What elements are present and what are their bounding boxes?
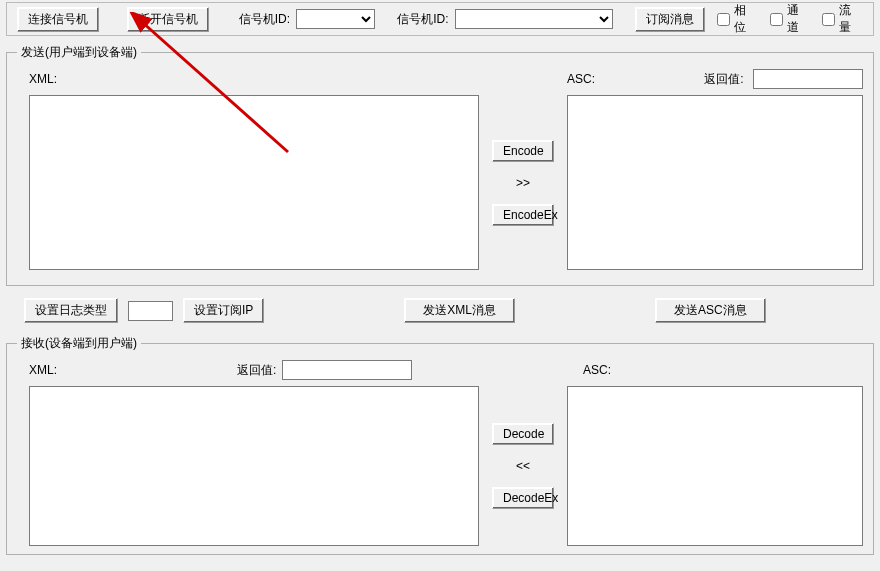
recv-return-input[interactable] xyxy=(282,360,412,380)
decodeex-button[interactable]: DecodeEx xyxy=(492,487,554,509)
encode-button[interactable]: Encode xyxy=(492,140,554,162)
flow-checkbox[interactable] xyxy=(822,13,835,26)
recv-arrows-icon: << xyxy=(516,459,530,473)
channel-checkbox[interactable] xyxy=(770,13,783,26)
connect-signal-button[interactable]: 连接信号机 xyxy=(17,7,99,32)
phase-checkbox-wrap: 相位 xyxy=(717,2,758,36)
log-type-input[interactable] xyxy=(128,301,173,321)
send-return-label: 返回值: xyxy=(704,72,743,86)
send-asc-msg-button[interactable]: 发送ASC消息 xyxy=(655,298,766,323)
encodeex-button[interactable]: EncodeEx xyxy=(492,204,554,226)
mid-row: 设置日志类型 设置订阅IP 发送XML消息 发送ASC消息 xyxy=(0,294,880,327)
send-xml-textarea[interactable] xyxy=(29,95,479,270)
top-toolbar: 连接信号机 断开信号机 信号机ID: 信号机ID: 订阅消息 相位 通道 流量 xyxy=(6,2,874,36)
recv-asc-label: ASC: xyxy=(583,363,863,377)
signal-id1-combo[interactable] xyxy=(296,9,375,29)
send-center-col: Encode >> EncodeEx xyxy=(487,95,559,270)
send-xml-label: XML: xyxy=(17,72,487,86)
recv-xml-textarea[interactable] xyxy=(29,386,479,546)
recv-center-col: Decode << DecodeEx xyxy=(487,386,559,546)
send-arrows-icon: >> xyxy=(516,176,530,190)
send-return-input[interactable] xyxy=(753,69,863,89)
channel-checkbox-wrap: 通道 xyxy=(770,2,811,36)
recv-group: 接收(设备端到用户端) XML: 返回值: ASC: Decode << Dec… xyxy=(6,335,874,555)
send-group: 发送(用户端到设备端) XML: ASC: 返回值: Encode >> Enc… xyxy=(6,44,874,286)
signal-id2-label: 信号机ID: xyxy=(397,11,448,28)
phase-checkbox[interactable] xyxy=(717,13,730,26)
send-asc-label: ASC: xyxy=(567,72,617,86)
signal-id1-label: 信号机ID: xyxy=(239,11,290,28)
recv-asc-textarea[interactable] xyxy=(567,386,863,546)
signal-id2-combo[interactable] xyxy=(455,9,614,29)
recv-xml-label: XML: xyxy=(17,363,237,377)
channel-checkbox-label: 通道 xyxy=(787,2,811,36)
flow-checkbox-wrap: 流量 xyxy=(822,2,863,36)
send-asc-textarea[interactable] xyxy=(567,95,863,270)
recv-return-label: 返回值: xyxy=(237,362,276,379)
send-legend: 发送(用户端到设备端) xyxy=(17,44,141,61)
send-xml-msg-button[interactable]: 发送XML消息 xyxy=(404,298,515,323)
set-subscribe-ip-button[interactable]: 设置订阅IP xyxy=(183,298,264,323)
set-log-type-button[interactable]: 设置日志类型 xyxy=(24,298,118,323)
flow-checkbox-label: 流量 xyxy=(839,2,863,36)
phase-checkbox-label: 相位 xyxy=(734,2,758,36)
disconnect-signal-button[interactable]: 断开信号机 xyxy=(127,7,209,32)
recv-legend: 接收(设备端到用户端) xyxy=(17,335,141,352)
subscribe-button[interactable]: 订阅消息 xyxy=(635,7,705,32)
decode-button[interactable]: Decode xyxy=(492,423,554,445)
